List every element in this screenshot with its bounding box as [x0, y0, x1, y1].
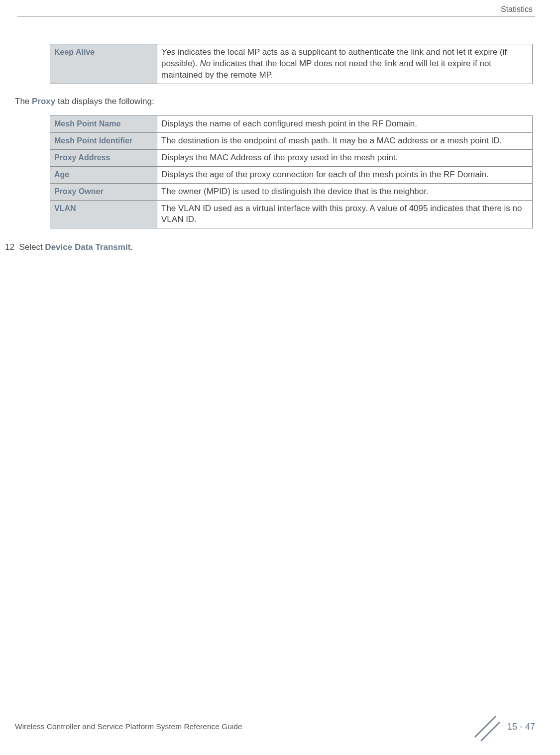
page-number: 15 - 47	[507, 722, 535, 732]
step-suffix: .	[130, 242, 133, 252]
row-label: Keep Alive	[50, 44, 157, 84]
intro-prefix: The	[15, 97, 32, 106]
row-description: Yes indicates the local MP acts as a sup…	[157, 44, 533, 84]
table-row: Mesh Point Identifier The destination is…	[50, 132, 533, 149]
step-bold: Device Data Transmit	[45, 242, 130, 252]
svg-line-1	[481, 722, 500, 741]
row-label: Age	[50, 166, 157, 183]
proxy-table: Mesh Point Name Displays the name of eac…	[50, 115, 533, 229]
row-label: Mesh Point Identifier	[50, 132, 157, 149]
italic-text: Yes	[161, 47, 175, 57]
keep-alive-table: Keep Alive Yes indicates the local MP ac…	[50, 44, 533, 84]
intro-bold: Proxy	[32, 97, 55, 106]
desc-text: indicates that the local MP does not nee…	[161, 59, 491, 80]
row-label: Proxy Address	[50, 149, 157, 166]
row-description: Displays the name of each configured mes…	[157, 115, 533, 132]
italic-text: No	[200, 59, 211, 68]
page-footer: Wireless Controller and Service Platform…	[15, 712, 535, 741]
row-label: Proxy Owner	[50, 183, 157, 200]
table-row: Proxy Address Displays the MAC Address o…	[50, 149, 533, 166]
table-row: VLAN The VLAN ID used as a virtual inter…	[50, 200, 533, 228]
footer-doc-title: Wireless Controller and Service Platform…	[15, 722, 242, 731]
svg-line-0	[475, 716, 496, 737]
row-description: Displays the age of the proxy connection…	[157, 166, 533, 183]
intro-paragraph: The Proxy tab displays the following:	[15, 97, 533, 107]
header-rule	[17, 16, 535, 16]
footer-right: 15 - 47	[471, 712, 535, 741]
row-label: VLAN	[50, 200, 157, 228]
step-instruction: 12 Select Device Data Transmit.	[5, 242, 533, 252]
row-description: Displays the MAC Address of the proxy us…	[157, 149, 533, 166]
header-section-title: Statistics	[7, 5, 535, 14]
row-label: Mesh Point Name	[50, 115, 157, 132]
table-row: Proxy Owner The owner (MPID) is used to …	[50, 183, 533, 200]
intro-suffix: tab displays the following:	[55, 97, 154, 106]
table-row: Keep Alive Yes indicates the local MP ac…	[50, 44, 533, 84]
table-row: Mesh Point Name Displays the name of eac…	[50, 115, 533, 132]
row-description: The VLAN ID used as a virtual interface …	[157, 200, 533, 228]
slash-icon	[471, 712, 500, 741]
row-description: The destination is the endpoint of mesh …	[157, 132, 533, 149]
table-row: Age Displays the age of the proxy connec…	[50, 166, 533, 183]
row-description: The owner (MPID) is used to distinguish …	[157, 183, 533, 200]
step-number: 12	[5, 242, 14, 252]
step-prefix: Select	[19, 242, 45, 252]
